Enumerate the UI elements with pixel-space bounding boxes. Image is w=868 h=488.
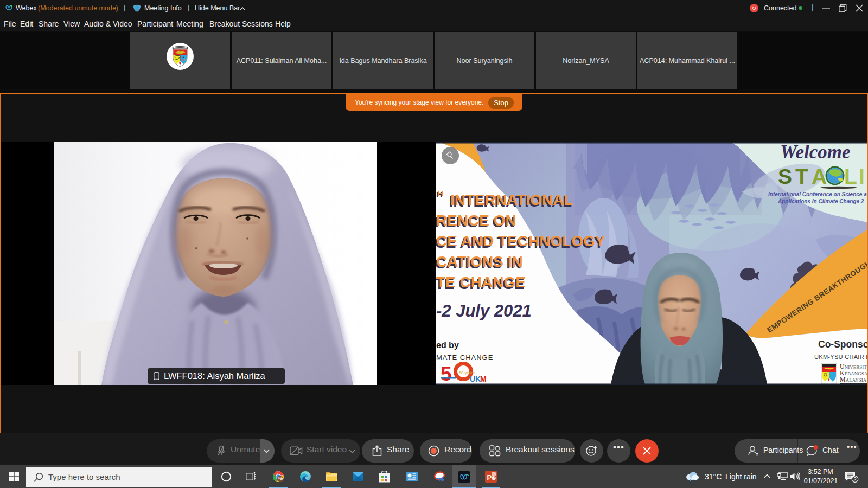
svg-text:L: L	[844, 165, 857, 188]
svg-text:MALAYSIA: MALAYSIA	[840, 376, 867, 383]
svg-text:RENCE ON: RENCE ON	[436, 212, 516, 229]
svg-text:T: T	[795, 165, 808, 188]
svg-text:UK: UK	[470, 375, 481, 383]
svg-text:Welcome: Welcome	[780, 142, 851, 163]
svg-text:UKM-YSU CHAIR FOR: UKM-YSU CHAIR FOR	[814, 354, 867, 360]
svg-text:ed by: ed by	[436, 341, 459, 350]
svg-text:-2 July 2021: -2 July 2021	[436, 301, 532, 320]
svg-text:CE AND TECHNOLOGY: CE AND TECHNOLOGY	[436, 233, 605, 249]
svg-text:H: H	[437, 189, 443, 198]
svg-text:I: I	[859, 165, 865, 188]
svg-text:Applications in Climate Change: Applications in Climate Change 2	[777, 198, 864, 204]
svg-text:Co-Sponso: Co-Sponso	[818, 339, 867, 350]
svg-text:2: 2	[853, 476, 857, 483]
svg-text:S: S	[778, 165, 792, 188]
svg-text:P: P	[487, 473, 492, 481]
svg-text:INTERNATIONAL: INTERNATIONAL	[450, 191, 573, 208]
svg-text:MATE CHANGE: MATE CHANGE	[436, 354, 493, 362]
svg-text:M: M	[480, 375, 487, 383]
svg-text:A: A	[812, 165, 827, 188]
svg-text:5: 5	[441, 363, 452, 385]
svg-text:International Conference on Sc: International Conference on Science and	[768, 191, 867, 197]
svg-text:CATIONS IN: CATIONS IN	[436, 253, 523, 270]
svg-text:TE CHANGE: TE CHANGE	[436, 274, 526, 291]
